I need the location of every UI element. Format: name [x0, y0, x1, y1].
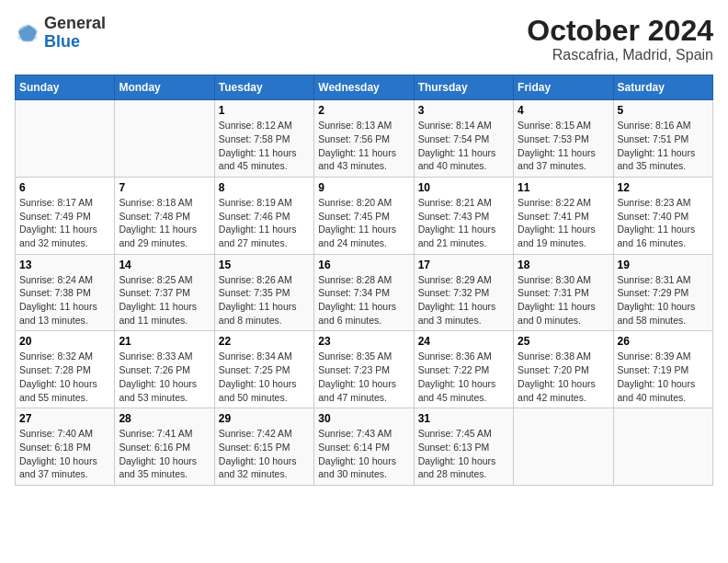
- title-block: October 2024 Rascafria, Madrid, Spain: [527, 15, 713, 63]
- day-number: 26: [618, 335, 709, 348]
- column-header-tuesday: Tuesday: [214, 75, 313, 100]
- logo: General Blue: [15, 15, 106, 52]
- page-header: General Blue October 2024 Rascafria, Mad…: [15, 15, 713, 63]
- day-info: Sunrise: 8:14 AMSunset: 7:54 PMDaylight:…: [418, 119, 509, 173]
- day-info: Sunrise: 8:34 AMSunset: 7:25 PMDaylight:…: [219, 350, 310, 404]
- calendar-cell: 25Sunrise: 8:38 AMSunset: 7:20 PMDayligh…: [514, 331, 613, 408]
- day-number: 5: [618, 104, 709, 117]
- day-info: Sunrise: 8:31 AMSunset: 7:29 PMDaylight:…: [618, 273, 709, 327]
- calendar-cell: 31Sunrise: 7:45 AMSunset: 6:13 PMDayligh…: [414, 408, 513, 486]
- calendar-cell: 18Sunrise: 8:30 AMSunset: 7:31 PMDayligh…: [514, 254, 613, 331]
- day-number: 21: [119, 335, 210, 348]
- calendar-table: SundayMondayTuesdayWednesdayThursdayFrid…: [15, 75, 713, 486]
- day-info: Sunrise: 8:24 AMSunset: 7:38 PMDaylight:…: [19, 273, 110, 327]
- day-info: Sunrise: 8:19 AMSunset: 7:46 PMDaylight:…: [219, 196, 310, 250]
- day-info: Sunrise: 7:40 AMSunset: 6:18 PMDaylight:…: [19, 427, 110, 481]
- column-header-sunday: Sunday: [16, 75, 115, 100]
- calendar-cell: 8Sunrise: 8:19 AMSunset: 7:46 PMDaylight…: [214, 177, 313, 254]
- day-info: Sunrise: 7:43 AMSunset: 6:14 PMDaylight:…: [318, 427, 409, 481]
- calendar-cell: [514, 408, 613, 486]
- calendar-cell: 12Sunrise: 8:23 AMSunset: 7:40 PMDayligh…: [613, 177, 712, 254]
- column-header-thursday: Thursday: [414, 75, 513, 100]
- day-info: Sunrise: 8:33 AMSunset: 7:26 PMDaylight:…: [119, 350, 210, 404]
- calendar-cell: 15Sunrise: 8:26 AMSunset: 7:35 PMDayligh…: [214, 254, 313, 331]
- day-info: Sunrise: 8:32 AMSunset: 7:28 PMDaylight:…: [19, 350, 110, 404]
- calendar-cell: [115, 100, 214, 178]
- calendar-cell: 22Sunrise: 8:34 AMSunset: 7:25 PMDayligh…: [214, 331, 313, 408]
- calendar-cell: 14Sunrise: 8:25 AMSunset: 7:37 PMDayligh…: [115, 254, 214, 331]
- day-number: 14: [119, 259, 210, 271]
- day-info: Sunrise: 8:20 AMSunset: 7:45 PMDaylight:…: [318, 196, 409, 250]
- logo-text: General Blue: [44, 15, 106, 52]
- calendar-cell: 30Sunrise: 7:43 AMSunset: 6:14 PMDayligh…: [314, 408, 414, 486]
- calendar-week-row: 13Sunrise: 8:24 AMSunset: 7:38 PMDayligh…: [16, 254, 713, 331]
- calendar-cell: 11Sunrise: 8:22 AMSunset: 7:41 PMDayligh…: [514, 177, 613, 254]
- day-info: Sunrise: 8:18 AMSunset: 7:48 PMDaylight:…: [119, 196, 210, 250]
- calendar-cell: 29Sunrise: 7:42 AMSunset: 6:15 PMDayligh…: [214, 408, 313, 486]
- calendar-subtitle: Rascafria, Madrid, Spain: [527, 47, 713, 63]
- day-number: 7: [119, 181, 210, 194]
- day-number: 27: [19, 412, 110, 425]
- day-info: Sunrise: 7:42 AMSunset: 6:15 PMDaylight:…: [219, 427, 310, 481]
- calendar-cell: 17Sunrise: 8:29 AMSunset: 7:32 PMDayligh…: [414, 254, 513, 331]
- calendar-cell: 1Sunrise: 8:12 AMSunset: 7:58 PMDaylight…: [214, 100, 313, 178]
- day-info: Sunrise: 8:26 AMSunset: 7:35 PMDaylight:…: [219, 273, 310, 327]
- day-number: 6: [19, 181, 110, 194]
- day-info: Sunrise: 8:22 AMSunset: 7:41 PMDaylight:…: [518, 196, 609, 250]
- day-number: 8: [219, 181, 310, 194]
- calendar-cell: 23Sunrise: 8:35 AMSunset: 7:23 PMDayligh…: [314, 331, 414, 408]
- calendar-week-row: 20Sunrise: 8:32 AMSunset: 7:28 PMDayligh…: [16, 331, 713, 408]
- day-number: 13: [19, 259, 110, 271]
- day-number: 1: [219, 104, 310, 117]
- day-info: Sunrise: 8:13 AMSunset: 7:56 PMDaylight:…: [318, 119, 409, 173]
- calendar-cell: 20Sunrise: 8:32 AMSunset: 7:28 PMDayligh…: [16, 331, 115, 408]
- day-info: Sunrise: 7:41 AMSunset: 6:16 PMDaylight:…: [119, 427, 210, 481]
- day-number: 20: [19, 335, 110, 348]
- calendar-cell: 2Sunrise: 8:13 AMSunset: 7:56 PMDaylight…: [314, 100, 414, 178]
- day-info: Sunrise: 8:23 AMSunset: 7:40 PMDaylight:…: [618, 196, 709, 250]
- calendar-cell: 13Sunrise: 8:24 AMSunset: 7:38 PMDayligh…: [16, 254, 115, 331]
- day-number: 16: [318, 259, 409, 271]
- day-info: Sunrise: 8:28 AMSunset: 7:34 PMDaylight:…: [318, 273, 409, 327]
- calendar-week-row: 27Sunrise: 7:40 AMSunset: 6:18 PMDayligh…: [16, 408, 713, 486]
- calendar-week-row: 1Sunrise: 8:12 AMSunset: 7:58 PMDaylight…: [16, 100, 713, 178]
- day-number: 29: [219, 412, 310, 425]
- calendar-week-row: 6Sunrise: 8:17 AMSunset: 7:49 PMDaylight…: [16, 177, 713, 254]
- column-header-monday: Monday: [115, 75, 214, 100]
- day-number: 19: [618, 259, 709, 271]
- day-number: 18: [518, 259, 609, 271]
- day-info: Sunrise: 8:36 AMSunset: 7:22 PMDaylight:…: [418, 350, 509, 404]
- calendar-header-row: SundayMondayTuesdayWednesdayThursdayFrid…: [16, 75, 713, 100]
- day-number: 17: [418, 259, 509, 271]
- day-info: Sunrise: 8:15 AMSunset: 7:53 PMDaylight:…: [518, 119, 609, 173]
- column-header-saturday: Saturday: [613, 75, 712, 100]
- calendar-cell: [16, 100, 115, 178]
- day-number: 15: [219, 259, 310, 271]
- day-info: Sunrise: 8:17 AMSunset: 7:49 PMDaylight:…: [19, 196, 110, 250]
- day-info: Sunrise: 8:21 AMSunset: 7:43 PMDaylight:…: [418, 196, 509, 250]
- calendar-cell: 9Sunrise: 8:20 AMSunset: 7:45 PMDaylight…: [314, 177, 414, 254]
- day-number: 31: [418, 412, 509, 425]
- calendar-cell: 27Sunrise: 7:40 AMSunset: 6:18 PMDayligh…: [16, 408, 115, 486]
- calendar-cell: 3Sunrise: 8:14 AMSunset: 7:54 PMDaylight…: [414, 100, 513, 178]
- day-info: Sunrise: 8:35 AMSunset: 7:23 PMDaylight:…: [318, 350, 409, 404]
- day-number: 3: [418, 104, 509, 117]
- column-header-friday: Friday: [514, 75, 613, 100]
- calendar-cell: 16Sunrise: 8:28 AMSunset: 7:34 PMDayligh…: [314, 254, 414, 331]
- day-info: Sunrise: 8:38 AMSunset: 7:20 PMDaylight:…: [518, 350, 609, 404]
- calendar-cell: 6Sunrise: 8:17 AMSunset: 7:49 PMDaylight…: [16, 177, 115, 254]
- calendar-cell: 26Sunrise: 8:39 AMSunset: 7:19 PMDayligh…: [613, 331, 712, 408]
- day-number: 4: [518, 104, 609, 117]
- day-number: 28: [119, 412, 210, 425]
- calendar-cell: 4Sunrise: 8:15 AMSunset: 7:53 PMDaylight…: [514, 100, 613, 178]
- calendar-title: October 2024: [527, 15, 713, 47]
- calendar-cell: 19Sunrise: 8:31 AMSunset: 7:29 PMDayligh…: [613, 254, 712, 331]
- day-number: 12: [618, 181, 709, 194]
- calendar-cell: 5Sunrise: 8:16 AMSunset: 7:51 PMDaylight…: [613, 100, 712, 178]
- day-number: 10: [418, 181, 509, 194]
- day-info: Sunrise: 7:45 AMSunset: 6:13 PMDaylight:…: [418, 427, 509, 481]
- day-number: 25: [518, 335, 609, 348]
- day-number: 23: [318, 335, 409, 348]
- column-header-wednesday: Wednesday: [314, 75, 414, 100]
- day-info: Sunrise: 8:25 AMSunset: 7:37 PMDaylight:…: [119, 273, 210, 327]
